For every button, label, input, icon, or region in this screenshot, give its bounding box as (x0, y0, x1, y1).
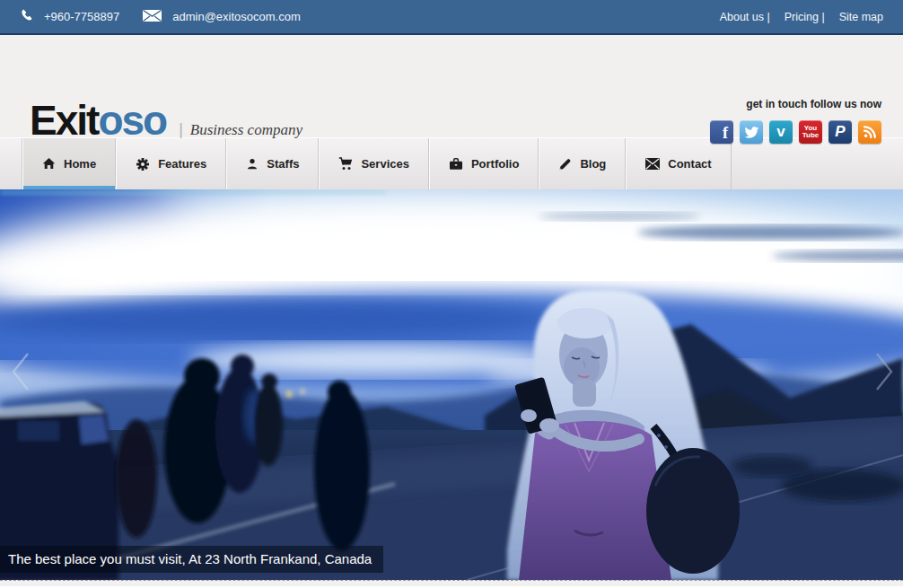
nav-spacer (0, 138, 22, 189)
topbar-link-sitemap[interactable]: Site map (839, 11, 883, 23)
facebook-icon[interactable]: f (710, 120, 733, 144)
chevron-right-icon (871, 351, 898, 392)
social-icons-row: f v You Tube P (710, 120, 881, 144)
social-block: get in touch follow us now f v You Tube … (710, 98, 881, 144)
slider-next-button[interactable] (871, 351, 898, 392)
rss-icon[interactable] (858, 120, 881, 144)
mail-icon (143, 10, 162, 24)
hero-illustration (0, 189, 903, 580)
topbar-links: About us | Pricing | Site map (720, 11, 883, 23)
email-address[interactable]: admin@exitosocom.com (172, 10, 301, 23)
topbar-link-about[interactable]: About us | (720, 11, 770, 23)
hero-slider: The best place you must visit, At 23 Nor… (0, 189, 903, 580)
nav-tab-staffs[interactable]: Staffs (226, 138, 319, 189)
nav-tab-features[interactable]: Features (116, 138, 226, 189)
email-contact: admin@exitosocom.com (143, 10, 301, 24)
youtube-label-bottom: Tube (802, 132, 820, 139)
logo-separator: | (179, 120, 183, 139)
site-logo[interactable]: Exitoso | Business company (30, 96, 302, 145)
envelope-icon (645, 158, 660, 170)
briefcase-icon (449, 157, 463, 171)
slider-prev-button[interactable] (7, 351, 34, 392)
twitter-icon[interactable] (740, 120, 763, 144)
nav-tab-home[interactable]: Home (22, 138, 116, 189)
vimeo-icon[interactable]: v (769, 120, 793, 144)
logo-text-secondary: oso (98, 96, 166, 145)
person-icon (246, 157, 259, 171)
cart-icon (338, 157, 353, 171)
home-icon (42, 157, 56, 171)
chevron-left-icon (7, 351, 34, 392)
nav-label: Staffs (267, 157, 299, 171)
site-header: Exitoso | Business company get in touch … (0, 35, 903, 137)
logo-text-primary: Exit (30, 96, 98, 145)
nav-label: Blog (580, 157, 606, 171)
nav-tab-contact[interactable]: Contact (626, 138, 731, 189)
top-contact-bar: +960-7758897 admin@exitosocom.com About … (0, 0, 903, 35)
paypal-icon[interactable]: P (828, 120, 852, 144)
main-navigation: Home Features Staffs Services Portfolio … (0, 137, 903, 189)
nav-label: Features (158, 157, 206, 171)
nav-tab-blog[interactable]: Blog (539, 138, 626, 189)
footer-divider (0, 580, 903, 586)
youtube-icon[interactable]: You Tube (799, 120, 822, 144)
nav-label: Contact (668, 157, 711, 171)
nav-tab-portfolio[interactable]: Portfolio (429, 138, 539, 189)
phone-icon (20, 9, 33, 25)
phone-number: +960-7758897 (44, 10, 119, 23)
nav-label: Services (361, 157, 409, 171)
nav-label: Portfolio (471, 157, 519, 171)
slider-caption: The best place you must visit, At 23 Nor… (0, 546, 383, 573)
social-caption: get in touch follow us now (710, 98, 881, 110)
topbar-link-pricing[interactable]: Pricing | (785, 11, 825, 23)
logo-tagline: Business company (190, 121, 302, 139)
pencil-icon (558, 157, 572, 171)
phone-contact: +960-7758897 (20, 9, 119, 25)
nav-label: Home (64, 157, 96, 171)
gear-icon (136, 157, 150, 171)
nav-tab-services[interactable]: Services (319, 138, 429, 189)
